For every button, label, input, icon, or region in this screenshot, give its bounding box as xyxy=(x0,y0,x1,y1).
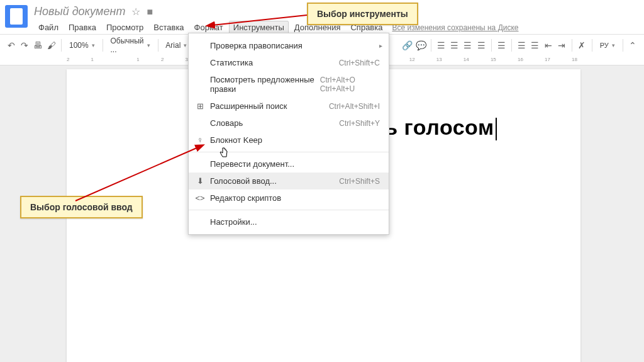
dropdown-item-icon: ⊞ xyxy=(195,101,205,111)
menu-view[interactable]: Просмотр xyxy=(102,21,148,34)
dropdown-item-icon: <> xyxy=(195,193,205,203)
dropdown-item-label: Голосовой ввод... xyxy=(210,176,277,186)
style-select[interactable]: Обычный ... xyxy=(106,38,153,53)
dropdown-item-label: Редактор скриптов xyxy=(210,193,281,203)
link-button[interactable]: 🔗 xyxy=(401,38,413,53)
hand-cursor-icon xyxy=(219,147,229,161)
input-tools-button[interactable]: РУ xyxy=(596,38,619,53)
star-icon[interactable]: ☆ xyxy=(131,6,140,18)
dropdown-item-shortcut: Ctrl+Shift+Y xyxy=(339,119,380,128)
dropdown-item-shortcut: Ctrl+Alt+O Ctrl+Alt+U xyxy=(320,76,380,93)
menu-edit[interactable]: Правка xyxy=(64,21,101,34)
callout-voice: Выбор голосовой ввод xyxy=(20,196,143,218)
menu-file[interactable]: Файл xyxy=(34,21,63,34)
outdent-button[interactable]: ⇤ xyxy=(542,38,554,53)
text-cursor xyxy=(496,118,497,140)
print-button[interactable]: 🖶 xyxy=(32,38,44,53)
align-right-button[interactable]: ☰ xyxy=(462,38,474,53)
dropdown-item-9[interactable]: <>Редактор скриптов xyxy=(189,189,389,206)
document-title[interactable]: Новый документ xyxy=(34,5,125,18)
dropdown-item-shortcut: Ctrl+Shift+C xyxy=(339,59,380,67)
dropdown-item-label: Проверка правописания xyxy=(210,41,303,50)
dropdown-item-11[interactable]: Настройки... xyxy=(189,213,389,230)
line-spacing-button[interactable]: ☰ xyxy=(496,38,508,53)
chevron-up-icon[interactable]: ⌃ xyxy=(627,38,639,53)
align-left-button[interactable]: ☰ xyxy=(435,38,447,53)
dropdown-item-label: Посмотреть предложенные правки xyxy=(210,75,320,94)
menu-tools[interactable]: Инструменты xyxy=(229,21,289,34)
dropdown-separator xyxy=(189,210,389,210)
align-center-button[interactable]: ☰ xyxy=(448,38,460,53)
font-select[interactable]: Arial xyxy=(162,38,191,53)
zoom-select[interactable]: 100% xyxy=(65,38,99,53)
dropdown-item-0[interactable]: Проверка правописания xyxy=(189,37,389,54)
menu-insert[interactable]: Вставка xyxy=(149,21,188,34)
dropdown-item-icon: ⬇ xyxy=(195,176,205,186)
dropdown-item-1[interactable]: СтатистикаCtrl+Shift+C xyxy=(189,54,389,71)
align-justify-button[interactable]: ☰ xyxy=(475,38,487,53)
menu-format[interactable]: Формат xyxy=(190,21,228,34)
dropdown-item-2[interactable]: Посмотреть предложенные правкиCtrl+Alt+O… xyxy=(189,71,389,98)
dropdown-item-4[interactable]: СловарьCtrl+Shift+Y xyxy=(189,115,389,132)
clear-formatting-button[interactable]: ✗ xyxy=(576,38,588,53)
dropdown-item-shortcut: Ctrl+Shift+S xyxy=(339,177,380,186)
tools-dropdown: Проверка правописанияСтатистикаCtrl+Shif… xyxy=(188,33,389,235)
dropdown-item-icon: ♀ xyxy=(195,135,205,145)
dropdown-item-8[interactable]: ⬇Голосовой ввод...Ctrl+Shift+S xyxy=(189,173,389,189)
dropdown-item-label: Расширенный поиск xyxy=(210,101,287,111)
undo-button[interactable]: ↶ xyxy=(5,38,17,53)
dropdown-item-label: Статистика xyxy=(210,58,253,67)
comment-button[interactable]: 💬 xyxy=(414,38,426,53)
dropdown-item-3[interactable]: ⊞Расширенный поискCtrl+Alt+Shift+I xyxy=(189,98,389,115)
redo-button[interactable]: ↷ xyxy=(18,38,30,53)
paint-format-button[interactable]: 🖌 xyxy=(45,38,57,53)
callout-tools: Выбор инструменты xyxy=(307,3,418,25)
dropdown-item-label: Словарь xyxy=(210,118,243,128)
folder-icon[interactable]: ■ xyxy=(147,6,153,18)
dropdown-item-label: Настройки... xyxy=(210,217,257,227)
dropdown-item-label: Блокнот Keep xyxy=(210,135,262,145)
docs-logo-icon[interactable] xyxy=(5,5,28,28)
dropdown-item-5[interactable]: ♀Блокнот Keep xyxy=(189,132,389,149)
numbered-list-button[interactable]: ☰ xyxy=(516,38,528,53)
dropdown-item-label: Перевести документ... xyxy=(210,159,294,169)
indent-button[interactable]: ⇥ xyxy=(556,38,568,53)
bulleted-list-button[interactable]: ☰ xyxy=(529,38,541,53)
dropdown-item-shortcut: Ctrl+Alt+Shift+I xyxy=(329,102,380,111)
